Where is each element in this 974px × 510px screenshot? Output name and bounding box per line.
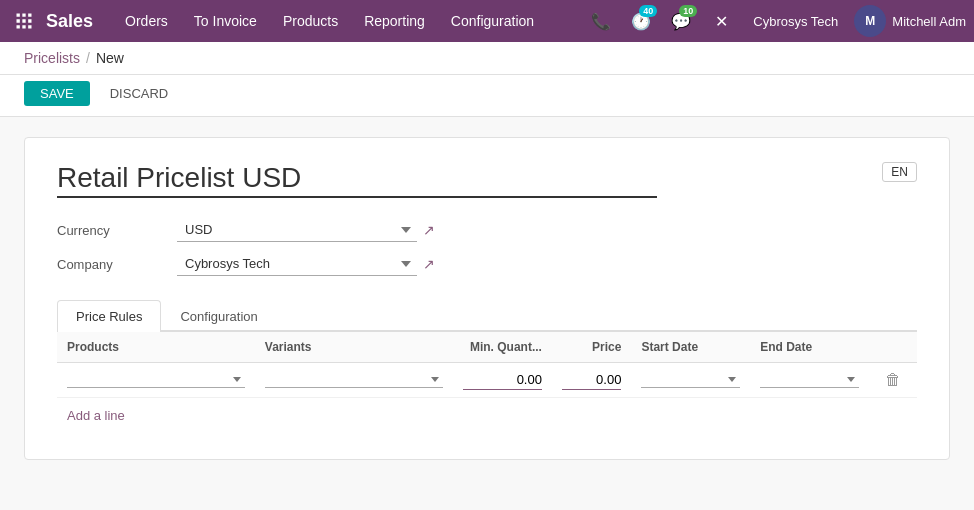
tabs-container: Price Rules Configuration Products Varia… bbox=[57, 300, 917, 427]
company-label: Company bbox=[57, 257, 177, 272]
company-input-wrap: Cybrosys Tech ↗ bbox=[177, 252, 435, 276]
currency-input-wrap: USD EUR GBP ↗ bbox=[177, 218, 435, 242]
price-rules-table: Products Variants Min. Quant... Price St… bbox=[57, 332, 917, 398]
col-actions bbox=[869, 332, 917, 363]
breadcrumb-parent[interactable]: Pricelists bbox=[24, 50, 80, 66]
col-min-qty: Min. Quant... bbox=[453, 332, 552, 363]
col-start-date: Start Date bbox=[631, 332, 750, 363]
col-end-date: End Date bbox=[750, 332, 869, 363]
cell-start-date bbox=[631, 363, 750, 398]
form-fields: Currency USD EUR GBP ↗ Company Cybrosys … bbox=[57, 218, 917, 276]
lang-badge[interactable]: EN bbox=[882, 162, 917, 182]
tabs-header: Price Rules Configuration bbox=[57, 300, 917, 332]
col-price: Price bbox=[552, 332, 631, 363]
grid-menu-icon[interactable] bbox=[8, 5, 40, 37]
currency-ext-link[interactable]: ↗ bbox=[423, 222, 435, 238]
form-title-row: EN bbox=[57, 162, 917, 198]
breadcrumb: Pricelists / New bbox=[0, 42, 974, 75]
company-ext-link[interactable]: ↗ bbox=[423, 256, 435, 272]
activity-badge: 40 bbox=[639, 5, 657, 17]
currency-field-row: Currency USD EUR GBP ↗ bbox=[57, 218, 917, 242]
nav-orders[interactable]: Orders bbox=[113, 7, 180, 35]
cell-end-date bbox=[750, 363, 869, 398]
cell-delete: 🗑 bbox=[869, 363, 917, 398]
nav-toinvoice[interactable]: To Invoice bbox=[182, 7, 269, 35]
tab-price-rules[interactable]: Price Rules bbox=[57, 300, 161, 332]
table-row: 🗑 bbox=[57, 363, 917, 398]
delete-row-button[interactable]: 🗑 bbox=[879, 369, 907, 391]
price-input[interactable] bbox=[562, 370, 621, 390]
start-date-select[interactable] bbox=[641, 372, 740, 388]
min-qty-input[interactable] bbox=[463, 370, 542, 390]
form-card: EN Currency USD EUR GBP ↗ Company bbox=[24, 137, 950, 460]
cell-product bbox=[57, 363, 255, 398]
currency-label: Currency bbox=[57, 223, 177, 238]
tab-price-rules-content: Products Variants Min. Quant... Price St… bbox=[57, 332, 917, 427]
tab-configuration[interactable]: Configuration bbox=[161, 300, 276, 332]
company-field-row: Company Cybrosys Tech ↗ bbox=[57, 252, 917, 276]
end-date-select[interactable] bbox=[760, 372, 859, 388]
topnav-right: 📞 🕐 40 💬 10 ✕ Cybrosys Tech M Mitchell A… bbox=[585, 5, 966, 37]
app-brand: Sales bbox=[46, 11, 93, 32]
breadcrumb-separator: / bbox=[86, 50, 90, 66]
nav-products[interactable]: Products bbox=[271, 7, 350, 35]
close-icon: ✕ bbox=[715, 12, 728, 31]
chat-badge: 10 bbox=[679, 5, 697, 17]
user-menu[interactable]: M Mitchell Adm bbox=[854, 5, 966, 37]
activity-icon-btn[interactable]: 🕐 40 bbox=[625, 5, 657, 37]
main-content: EN Currency USD EUR GBP ↗ Company bbox=[0, 117, 974, 480]
nav-configuration[interactable]: Configuration bbox=[439, 7, 546, 35]
chat-icon-btn[interactable]: 💬 10 bbox=[665, 5, 697, 37]
pricelist-title-input[interactable] bbox=[57, 162, 657, 198]
company-select[interactable]: Cybrosys Tech bbox=[177, 252, 417, 276]
cell-variant bbox=[255, 363, 453, 398]
cell-min-qty bbox=[453, 363, 552, 398]
user-name: Mitchell Adm bbox=[892, 14, 966, 29]
discard-button[interactable]: DISCARD bbox=[98, 81, 181, 106]
phone-icon: 📞 bbox=[591, 12, 611, 31]
col-variants: Variants bbox=[255, 332, 453, 363]
cell-price bbox=[552, 363, 631, 398]
breadcrumb-current: New bbox=[96, 50, 124, 66]
variant-select[interactable] bbox=[265, 372, 443, 388]
currency-select[interactable]: USD EUR GBP bbox=[177, 218, 417, 242]
user-avatar: M bbox=[854, 5, 886, 37]
topnav: Sales Orders To Invoice Products Reporti… bbox=[0, 0, 974, 42]
action-bar: SAVE DISCARD bbox=[0, 75, 974, 117]
save-button[interactable]: SAVE bbox=[24, 81, 90, 106]
nav-reporting[interactable]: Reporting bbox=[352, 7, 437, 35]
add-line-link[interactable]: Add a line bbox=[57, 404, 135, 427]
close-icon-btn[interactable]: ✕ bbox=[705, 5, 737, 37]
col-products: Products bbox=[57, 332, 255, 363]
company-name[interactable]: Cybrosys Tech bbox=[745, 14, 846, 29]
phone-icon-btn[interactable]: 📞 bbox=[585, 5, 617, 37]
product-select[interactable] bbox=[67, 372, 245, 388]
topnav-menu: Orders To Invoice Products Reporting Con… bbox=[113, 7, 585, 35]
